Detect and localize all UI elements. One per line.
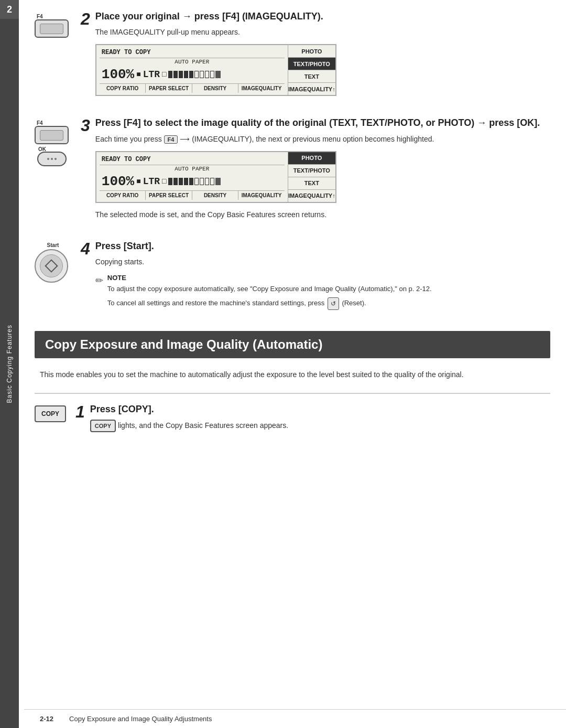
step3-icons: F4 OK <box>35 119 71 166</box>
note-line-2: To cancel all settings and restore the m… <box>107 297 550 310</box>
sidebar-number: 2 <box>0 0 19 19</box>
lcd-bottom-paper: PAPER SELECT <box>146 84 192 93</box>
lcd-bottom-density: DENSITY <box>192 84 239 93</box>
new-step-1: COPY 1 Press [COPY]. COPY lights, and th… <box>35 403 550 437</box>
lcd-big-row-2: 100% ■ LTR □ <box>100 173 285 190</box>
step4-body: Copying starts. <box>95 256 550 267</box>
step2-content: Place your original → press [F4] (IMAGEQ… <box>95 10 550 102</box>
lcd-menu-photo: PHOTO <box>288 45 335 58</box>
lcd-bottom-row-2: COPY RATIO PAPER SELECT DENSITY IMAGEQUA… <box>100 190 285 200</box>
step3-title: Press [F4] to select the image quality o… <box>95 117 550 129</box>
lcd-main-1: READY TO COPY AUTO PAPER 100% ■ LTR □ <box>96 45 288 95</box>
footer-page: 2-12 <box>40 715 53 723</box>
new-step1-content: Press [COPY]. COPY lights, and the Copy … <box>90 403 550 437</box>
lcd-status-1: READY TO COPY <box>100 47 285 58</box>
reset-icon: ↺ <box>328 297 339 310</box>
step4-number: 4 <box>81 240 90 257</box>
lcd-ltr: LTR <box>143 69 160 80</box>
note-icon: ✏ <box>95 275 103 286</box>
note-content: NOTE To adjust the copy exposure automat… <box>107 274 550 310</box>
lcd-menu2-imagequality: IMAGEQUALITY↑ <box>288 190 335 202</box>
new-step1-number: 1 <box>75 403 85 420</box>
lcd-menu-1: PHOTO TEXT/PHOTO TEXT IMAGEQUALITY↑ <box>288 45 335 95</box>
f4-key-icon: F4 <box>35 13 71 38</box>
section-divider <box>35 393 550 394</box>
step4-title: Press [Start]. <box>95 240 550 252</box>
section-desc: This mode enables you to set the machine… <box>35 369 550 380</box>
lcd-sub-1: AUTO PAPER <box>100 58 285 66</box>
lcd-sub-2: AUTO PAPER <box>100 165 285 173</box>
lcd-ltr-2: LTR <box>143 176 160 187</box>
lcd-display-1: READY TO COPY AUTO PAPER 100% ■ LTR □ <box>95 44 336 96</box>
lcd-bottom-row-1: COPY RATIO PAPER SELECT DENSITY IMAGEQUA… <box>100 83 285 93</box>
sidebar: 2 Basic Copying Features <box>0 0 19 728</box>
start-key-icon: Start <box>35 242 71 283</box>
lcd-menu2-text: TEXT <box>288 177 335 190</box>
lcd-menu-2: PHOTO TEXT/PHOTO TEXT IMAGEQUALITY↑ <box>288 152 335 202</box>
ok-key-icon: OK <box>37 146 69 166</box>
step3-content: Press [F4] to select the image quality o… <box>95 117 550 225</box>
lcd-icon2: □ <box>162 70 166 79</box>
step-3: F4 OK 3 Press [F4] to select the image q… <box>35 117 550 225</box>
f4-label: F4 <box>37 14 43 19</box>
lcd-menu-textphoto: TEXT/PHOTO <box>288 58 335 70</box>
lcd-menu2-photo: PHOTO <box>288 152 335 165</box>
lcd-progress-2 <box>168 178 221 185</box>
lcd-big-2: 100% <box>102 174 134 189</box>
lcd-big-1: 100% <box>102 67 134 82</box>
lcd-menu-text: TEXT <box>288 70 335 83</box>
footer: 2-12 Copy Exposure and Image Quality Adj… <box>24 709 566 728</box>
sidebar-label: Basic Copying Features <box>6 325 13 403</box>
lcd-icon1: ■ <box>136 70 140 79</box>
step3-body: Each time you press F4 ⟶ (IMAGEQUALITY),… <box>95 134 550 145</box>
lcd-big-row-1: 100% ■ LTR □ <box>100 66 285 83</box>
footer-title: Copy Exposure and Image Quality Adjustme… <box>69 715 212 723</box>
lcd-menu-imagequality: IMAGEQUALITY↑ <box>288 83 335 95</box>
step4-content: Press [Start]. Copying starts. ✏ NOTE To… <box>95 240 550 316</box>
lcd-menu2-textphoto: TEXT/PHOTO <box>288 165 335 177</box>
f4-key-icon-2: F4 <box>35 119 71 144</box>
step2-title: Place your original → press [F4] (IMAGEQ… <box>95 10 550 23</box>
step2-number: 2 <box>81 10 90 27</box>
step-2: F4 2 Place your original → press [F4] (I… <box>35 10 550 102</box>
note-line-1: To adjust the copy exposure automaticall… <box>107 284 550 294</box>
step3-number: 3 <box>81 117 90 134</box>
lcd-progress <box>168 71 221 78</box>
main-content: F4 2 Place your original → press [F4] (I… <box>24 0 566 468</box>
step-4: Start 4 Press [Start]. Copying starts. ✏… <box>35 240 550 316</box>
section-header: Copy Exposure and Image Quality (Automat… <box>35 331 550 358</box>
f4-inline-ref: F4 <box>164 135 178 144</box>
step2-body: The IMAGEQUALITY pull-up menu appears. <box>95 27 550 38</box>
note-block: ✏ NOTE To adjust the copy exposure autom… <box>95 274 550 310</box>
new-step1-body: COPY lights, and the Copy Basic Features… <box>90 420 550 432</box>
lcd-bottom-copy: COPY RATIO <box>100 84 146 93</box>
new-step1-title: Press [COPY]. <box>90 403 550 415</box>
note-label: NOTE <box>107 274 550 282</box>
copy-key-icon: COPY <box>35 405 66 422</box>
copy-inline-btn: COPY <box>90 420 116 432</box>
lcd-bottom-imgq: IMAGEQUALITY <box>238 84 285 93</box>
lcd-display-2: READY TO COPY AUTO PAPER 100% ■ LTR □ <box>95 151 336 203</box>
lcd-status-2: READY TO COPY <box>100 154 285 165</box>
step3-after: The selected mode is set, and the Copy B… <box>95 209 550 220</box>
lcd-main-2: READY TO COPY AUTO PAPER 100% ■ LTR □ <box>96 152 288 202</box>
